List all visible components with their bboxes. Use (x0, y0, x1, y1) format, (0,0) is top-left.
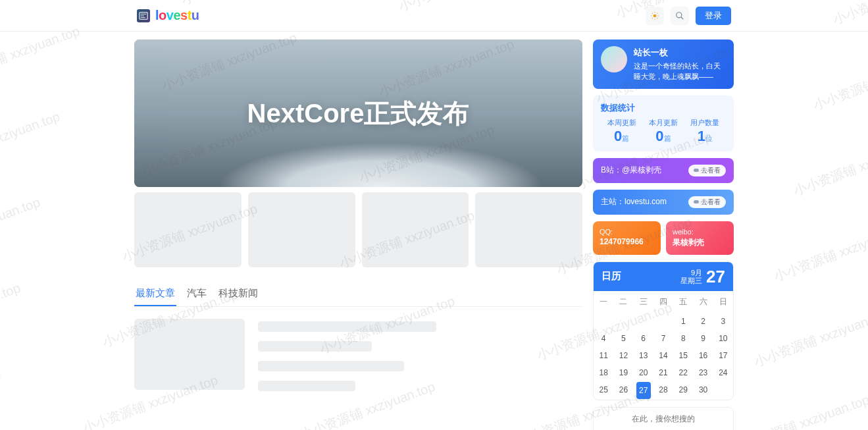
calendar-cell[interactable]: 11 (594, 347, 613, 364)
calendar-today: 27 (706, 267, 725, 286)
stat-item: 本月更新0篇 (642, 118, 684, 145)
article-skeleton (134, 319, 582, 391)
calendar-cell[interactable]: 4 (594, 330, 613, 347)
calendar-weekday-header: 四 (653, 291, 673, 313)
tab-最新文章[interactable]: 最新文章 (134, 282, 176, 306)
logo-text: lovestu (155, 8, 199, 23)
search-input[interactable] (594, 408, 733, 430)
skeleton-thumb (134, 319, 245, 390)
calendar-cell[interactable]: 18 (594, 364, 613, 381)
svg-point-2 (677, 12, 682, 17)
login-button[interactable]: 登录 (696, 7, 731, 25)
calendar-cell[interactable]: 14 (653, 347, 673, 364)
profile-name: 站长一枚 (634, 46, 726, 59)
calendar-cell[interactable]: 15 (673, 347, 693, 364)
calendar-weekday-header: 五 (673, 291, 693, 313)
skeleton-line (258, 381, 355, 391)
social-weibo[interactable]: weibo: 果核剥壳 (666, 221, 734, 255)
calendar-card: 日历 9月 星期三 27 一二三四五六日12345678910111213141… (593, 261, 734, 401)
search-box: 搜站内 搜全网 (593, 407, 734, 430)
thumb-row (134, 192, 582, 267)
link-badge: 去看看 (688, 165, 726, 176)
calendar-weekday-header: 三 (634, 291, 653, 313)
social-value: 1247079966 (600, 237, 654, 246)
skeleton-line (258, 341, 372, 352)
calendar-cell[interactable]: 17 (713, 347, 733, 364)
search-toggle[interactable] (671, 7, 689, 25)
tabs: 最新文章汽车科技新闻 (134, 282, 582, 307)
theme-toggle[interactable] (646, 7, 664, 25)
calendar-cell (613, 313, 633, 330)
calendar-cell[interactable]: 3 (713, 313, 733, 330)
calendar-cell[interactable]: 26 (613, 381, 633, 400)
calendar-weekday-header: 二 (613, 291, 633, 313)
avatar (601, 46, 627, 72)
calendar-cell[interactable]: 10 (713, 330, 733, 347)
calendar-cell[interactable]: 29 (673, 381, 693, 400)
logo-icon (137, 9, 150, 22)
link-label: 主站：lovestu.com (601, 196, 667, 207)
thumb-item[interactable] (248, 192, 355, 267)
calendar-cell[interactable]: 23 (693, 364, 713, 381)
link-mainsite[interactable]: 主站：lovestu.com 去看看 (593, 190, 734, 215)
social-value: 果核剥壳 (673, 237, 727, 248)
calendar-cell[interactable]: 13 (634, 347, 653, 364)
link-badge: 去看看 (688, 196, 726, 208)
logo[interactable]: lovestu (137, 8, 199, 23)
sun-icon (650, 11, 659, 20)
thumb-item[interactable] (134, 192, 242, 267)
calendar-cell[interactable]: 7 (653, 330, 673, 347)
stat-item: 用户数量1位 (684, 118, 726, 145)
svg-point-1 (653, 14, 657, 17)
calendar-cell[interactable]: 30 (693, 381, 713, 400)
calendar-cell[interactable]: 27 (636, 382, 651, 399)
social-label: weibo: (673, 228, 727, 236)
tab-汽车[interactable]: 汽车 (186, 282, 208, 306)
calendar-cell[interactable]: 25 (594, 381, 613, 400)
calendar-cell[interactable]: 16 (693, 347, 713, 364)
calendar-cell[interactable]: 9 (693, 330, 713, 347)
calendar-weekday-header: 日 (713, 291, 733, 313)
calendar-weekday: 星期三 (680, 277, 702, 284)
calendar-month: 9月 (680, 269, 702, 277)
stats-title: 数据统计 (601, 102, 726, 114)
calendar-cell[interactable]: 12 (613, 347, 633, 364)
calendar-cell (713, 381, 733, 400)
calendar-cell[interactable]: 6 (634, 330, 653, 347)
calendar-cell (594, 313, 613, 330)
skeleton-line (258, 361, 404, 371)
tab-科技新闻[interactable]: 科技新闻 (217, 282, 259, 306)
calendar-cell[interactable]: 21 (653, 364, 673, 381)
link-label: B站：@果核剥壳 (601, 165, 661, 176)
search-icon (675, 11, 684, 20)
calendar-cell (634, 313, 653, 330)
calendar-cell[interactable]: 2 (693, 313, 713, 330)
calendar-weekday-header: 一 (594, 291, 613, 313)
thumb-item[interactable] (475, 192, 582, 267)
header: lovestu 登录 (0, 0, 868, 32)
hero-title: NextCore正式发布 (247, 95, 470, 132)
thumb-item[interactable] (362, 192, 469, 267)
calendar-cell[interactable]: 20 (634, 364, 653, 381)
calendar-cell (653, 313, 673, 330)
stat-item: 本周更新0篇 (601, 118, 642, 145)
profile-desc: 这是一个奇怪的站长，白天睡大觉，晚上魂飘飘—— (634, 61, 726, 82)
hero-banner[interactable]: NextCore正式发布 (134, 40, 582, 187)
calendar-weekday-header: 六 (693, 291, 713, 313)
calendar-cell[interactable]: 22 (673, 364, 693, 381)
calendar-title: 日历 (601, 270, 621, 282)
stats-card: 数据统计 本周更新0篇本月更新0篇用户数量1位 (593, 95, 734, 151)
social-qq[interactable]: QQ: 1247079966 (593, 221, 661, 255)
calendar-cell[interactable]: 28 (653, 381, 673, 400)
profile-card[interactable]: 站长一枚 这是一个奇怪的站长，白天睡大觉，晚上魂飘飘—— (593, 40, 734, 89)
link-bilibili[interactable]: B站：@果核剥壳 去看看 (593, 158, 734, 183)
calendar-cell[interactable]: 5 (613, 330, 633, 347)
calendar-cell[interactable]: 8 (673, 330, 693, 347)
skeleton-line (258, 321, 436, 332)
calendar-cell[interactable]: 19 (613, 364, 633, 381)
calendar-cell[interactable]: 1 (673, 313, 693, 330)
calendar-cell[interactable]: 24 (713, 364, 733, 381)
social-label: QQ: (600, 228, 654, 236)
